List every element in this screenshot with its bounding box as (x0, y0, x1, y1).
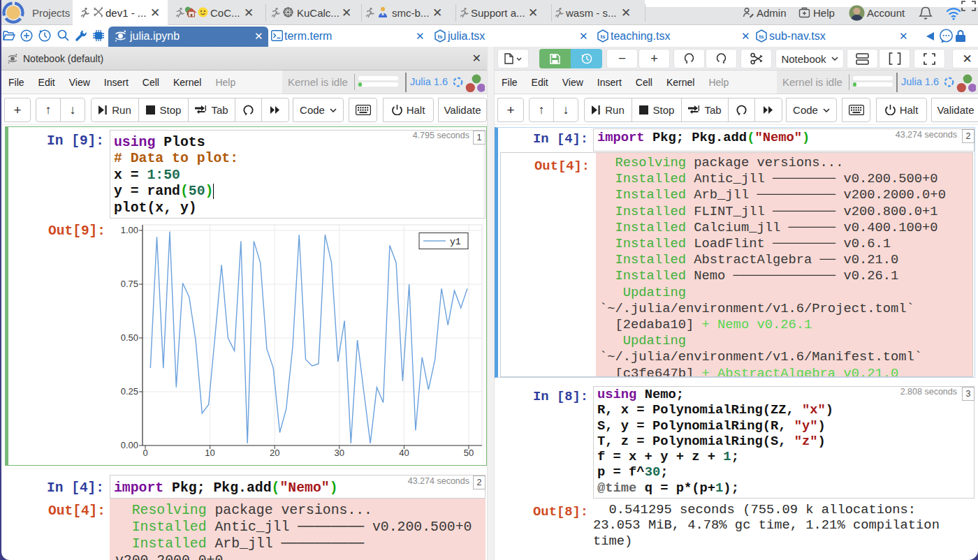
svg-text:30: 30 (335, 448, 344, 458)
svg-text:40: 40 (399, 448, 409, 458)
svg-text:50: 50 (464, 448, 474, 458)
svg-text:0.75: 0.75 (121, 279, 138, 289)
svg-text:ts: ts (600, 34, 606, 40)
svg-text:1.00: 1.00 (121, 225, 138, 235)
svg-text:y1: y1 (450, 237, 461, 247)
svg-text:0: 0 (143, 448, 147, 458)
svg-text:0.00: 0.00 (121, 440, 138, 450)
svg-text:20: 20 (270, 448, 279, 458)
svg-text:0.25: 0.25 (121, 386, 138, 397)
svg-text:ts: ts (437, 34, 443, 40)
svg-text:10: 10 (205, 448, 214, 458)
svg-text:ts: ts (759, 34, 764, 40)
svg-text:0.50: 0.50 (121, 332, 138, 343)
